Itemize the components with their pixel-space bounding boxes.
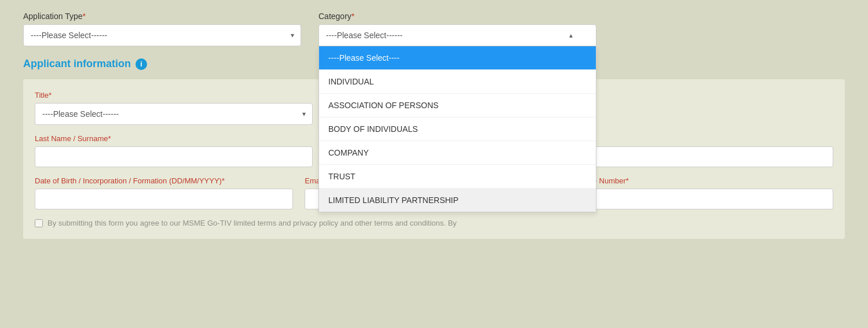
title-select-wrapper: ----Please Select------ ▾ bbox=[35, 103, 313, 125]
application-type-group: Application Type* ----Please Select-----… bbox=[23, 12, 301, 46]
category-select-value: ----Please Select------ bbox=[326, 31, 402, 40]
category-chevron-icon: ▴ bbox=[569, 31, 573, 39]
checkbox-row: By submitting this form you agree to our… bbox=[35, 219, 833, 227]
application-type-label: Application Type* bbox=[23, 12, 301, 21]
application-type-select[interactable]: ----Please Select------ bbox=[23, 24, 301, 46]
category-group: Category* ----Please Select------ ▴ ----… bbox=[318, 12, 596, 46]
category-option-company[interactable]: COMPANY bbox=[319, 141, 596, 165]
mobile-input[interactable] bbox=[575, 189, 833, 209]
title-select[interactable]: ----Please Select------ bbox=[35, 103, 313, 125]
terms-label: By submitting this form you agree to our… bbox=[47, 219, 457, 227]
last-name-field-group: Last Name / Surname* bbox=[35, 134, 313, 167]
title-field-group: Title* ----Please Select------ ▾ bbox=[35, 91, 313, 125]
category-select-control[interactable]: ----Please Select------ ▴ bbox=[318, 24, 596, 46]
mobile-field-group: Mobile Number* bbox=[575, 176, 833, 209]
terms-checkbox[interactable] bbox=[35, 219, 43, 227]
mobile-label: Mobile Number* bbox=[575, 176, 833, 185]
category-label: Category* bbox=[318, 12, 596, 21]
title-field-label: Title* bbox=[35, 91, 313, 99]
page-container: Application Type* ----Please Select-----… bbox=[0, 0, 868, 328]
last-name-label: Last Name / Surname* bbox=[35, 134, 313, 143]
application-type-select-wrapper: ----Please Select------ ▾ bbox=[23, 24, 301, 46]
dob-input[interactable] bbox=[35, 189, 293, 209]
top-row: Application Type* ----Please Select-----… bbox=[23, 12, 845, 46]
last-name-input[interactable] bbox=[35, 146, 313, 167]
dob-label: Date of Birth / Incorporation / Formatio… bbox=[35, 176, 293, 185]
category-option-body[interactable]: BODY OF INDIVIDUALS bbox=[319, 117, 596, 141]
category-option-trust[interactable]: TRUST bbox=[319, 165, 596, 189]
category-option-llp[interactable]: LIMITED LIABILITY PARTNERSHIP bbox=[319, 189, 596, 212]
dob-field-group: Date of Birth / Incorporation / Formatio… bbox=[35, 176, 293, 209]
category-dropdown-menu: ----Please Select---- INDIVIDUAL ASSOCIA… bbox=[318, 46, 596, 212]
category-option-individual[interactable]: INDIVIDUAL bbox=[319, 70, 596, 94]
info-icon[interactable]: i bbox=[135, 58, 147, 70]
category-option-please-select[interactable]: ----Please Select---- bbox=[319, 46, 596, 70]
category-select-wrapper[interactable]: ----Please Select------ ▴ ----Please Sel… bbox=[318, 24, 596, 46]
applicant-info-title: Applicant information bbox=[23, 58, 131, 70]
category-option-association[interactable]: ASSOCIATION OF PERSONS bbox=[319, 94, 596, 117]
